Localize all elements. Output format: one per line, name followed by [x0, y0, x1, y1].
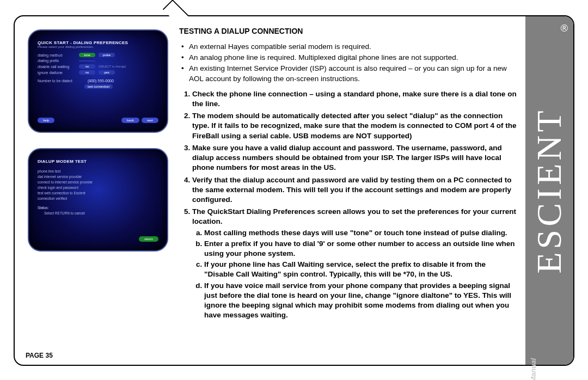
step: Check the phone line connection – using … [192, 89, 517, 109]
screen1-row-value [79, 60, 95, 62]
screen2-line: connect to internet service provider [38, 180, 158, 184]
screen1-row-value: no [79, 64, 95, 69]
intro-bullet: An existing Internet Service Provider (I… [179, 64, 517, 83]
screenshot-column: QUICK START - DIALING PREFERENCES Please… [28, 29, 168, 267]
screen2-line: check login and password [38, 186, 158, 189]
screen1-row: dialing prefix [38, 59, 158, 63]
section-title: TESTING A DIALUP CONNECTION [179, 26, 517, 36]
screen1-row: disable call waiting no (SELECT to chang… [38, 64, 158, 69]
screen1-number-value: (800) 555-0000 [88, 79, 114, 83]
text-column: TESTING A DIALUP CONNECTION An external … [179, 26, 517, 345]
screen2-line: test web connection to Escient [38, 191, 158, 195]
screen1-row-label: ignore dialtone [38, 71, 76, 75]
registered-icon: ® [561, 23, 568, 34]
screen2-status-label: Status: [38, 206, 158, 210]
page-number: PAGE 35 [26, 352, 53, 359]
screen2-line: phone line test [38, 169, 158, 173]
page-frame: ® ESCIENT FireBall™ DVDM-300 User's Manu… [14, 15, 574, 366]
substep: If your phone line has Call Waiting serv… [204, 260, 517, 279]
screen1-row: ignore dialtone no yes [38, 70, 158, 75]
screenshot-dialing-preferences: QUICK START - DIALING PREFERENCES Please… [28, 29, 168, 133]
screen1-row-hint: (SELECT to change) [99, 65, 126, 68]
screen1-button-row: help back next [38, 118, 158, 123]
screen1-next-button: next [142, 118, 158, 123]
screen2-status-text: Select RETURN to cancel [44, 211, 158, 215]
sub-steps: Most calling methods these days will use… [192, 228, 517, 321]
intro-bullet: An external Hayes compatible serial mode… [179, 42, 517, 52]
screen2-button-row: return [38, 236, 158, 242]
screen2-line: dial internet service provider [38, 175, 158, 179]
step-text: The QuickStart Dialing Preferences scree… [192, 207, 516, 225]
step: Verify that the dialup account and passw… [192, 175, 517, 205]
screen2-line: connection verified [38, 197, 158, 200]
step: The QuickStart Dialing Preferences scree… [192, 207, 517, 320]
brand-logo-text: ESCIENT [529, 107, 569, 273]
screen1-help-button: help [38, 118, 54, 123]
substep: If you have voice mail service from your… [204, 281, 517, 321]
screen1-row-value: no [79, 70, 95, 75]
step: Make sure you have a valid dialup accoun… [192, 143, 517, 173]
product-line-label: FireBall™ DVDM-300 User's Manual [529, 358, 537, 380]
brand-sidebar: ® ESCIENT FireBall™ DVDM-300 User's Manu… [525, 16, 573, 365]
intro-bullet: An analog phone line is required. Multip… [179, 53, 517, 63]
screen2-header: DIALUP MODEM TEST [38, 159, 158, 164]
screen1-row-value: tone [79, 53, 95, 57]
screen1-test-connection: test connection [84, 84, 113, 89]
screen1-row-label: disable call waiting [38, 65, 76, 69]
numbered-steps: Check the phone line connection – using … [179, 89, 517, 321]
screen1-row: dialing method tone pulse [38, 53, 158, 57]
screen1-row-alt: pulse [99, 53, 115, 57]
substep: Enter a prefix if you have to dial '9' o… [204, 239, 517, 259]
screen1-back-button: back [121, 118, 139, 123]
screen1-row-label: dialing method [38, 53, 76, 57]
intro-bullets: An external Hayes compatible serial mode… [179, 42, 517, 84]
screen1-test-row: test connection [38, 84, 158, 89]
screenshot-modem-test: DIALUP MODEM TEST phone line test dial i… [28, 148, 168, 252]
screen1-row-alt: yes [99, 70, 115, 75]
screen1-subheader: Please select your dialing preferences. [38, 45, 158, 48]
screen1-number-row: Number to be dialed: (800) 555-0000 [38, 79, 158, 83]
substep: Most calling methods these days will use… [204, 228, 517, 238]
screen2-status-block: Status: Select RETURN to cancel [38, 206, 158, 215]
screen1-number-label: Number to be dialed: [38, 79, 84, 83]
step: The modem should be automatically detect… [192, 111, 517, 141]
content-area: QUICK START - DIALING PREFERENCES Please… [15, 16, 525, 365]
screen1-row-label: dialing prefix [38, 59, 76, 63]
screen1-header: QUICK START - DIALING PREFERENCES [38, 40, 158, 45]
screen2-return-button: return [139, 236, 158, 242]
